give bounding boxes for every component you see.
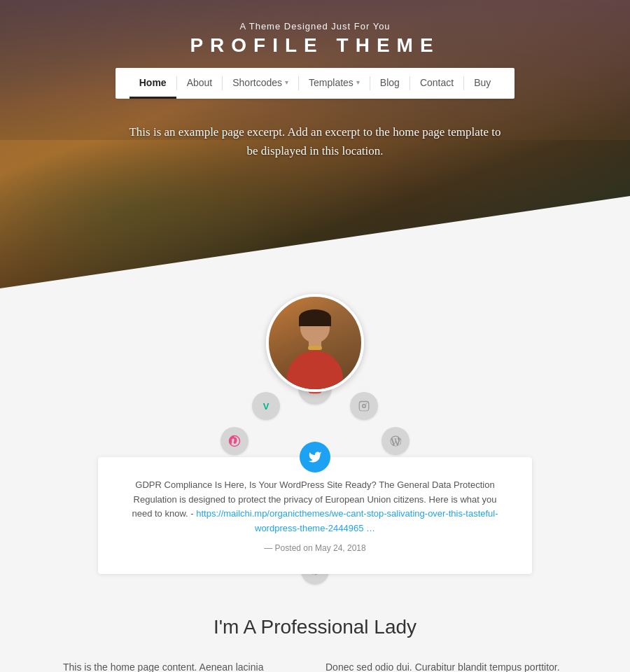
social-icon-instagram[interactable] [350, 392, 378, 420]
main-nav: Home About Shortcodes ▾ Templates ▾ Blog… [115, 68, 515, 99]
twitter-card-wrapper: GDPR Compliance Is Here, Is Your WordPre… [98, 443, 532, 574]
avatar-person [269, 297, 361, 389]
site-tagline: A Theme Designed Just For You [0, 21, 630, 31]
shortcodes-chevron: ▾ [285, 78, 288, 86]
twitter-card-icon [300, 442, 330, 472]
nav-wrapper: Home About Shortcodes ▾ Templates ▾ Blog… [0, 68, 630, 99]
nav-item-blog[interactable]: Blog [370, 68, 410, 99]
avatar [266, 294, 364, 392]
twitter-card-link[interactable]: https://mailchi.mp/organicthemes/we-cant… [196, 508, 498, 533]
content-col-1: This is the home page content. Aenean la… [63, 659, 304, 672]
site-header: A Theme Designed Just For You PROFILE TH… [0, 0, 630, 99]
main-content: I'm A Professional Lady This is the home… [0, 588, 630, 672]
twitter-card: GDPR Compliance Is Here, Is Your WordPre… [98, 457, 532, 574]
nav-item-buy[interactable]: Buy [464, 68, 500, 99]
content-columns: This is the home page content. Aenean la… [49, 659, 581, 672]
social-area: V g+ [0, 350, 630, 588]
twitter-card-text: GDPR Compliance Is Here, Is Your WordPre… [126, 478, 504, 536]
social-icon-vine[interactable]: V [252, 392, 280, 420]
hero-excerpt: This is an example page excerpt. Add an … [0, 122, 630, 160]
nav-item-shortcodes[interactable]: Shortcodes ▾ [223, 68, 298, 99]
nav-item-contact[interactable]: Contact [410, 68, 463, 99]
nav-item-about[interactable]: About [177, 68, 223, 99]
nav-item-templates[interactable]: Templates ▾ [299, 68, 370, 99]
twitter-card-date: — Posted on May 24, 2018 [126, 543, 504, 553]
site-title: PROFILE THEME [0, 34, 630, 57]
content-title: I'm A Professional Lady [0, 616, 630, 638]
nav-item-home[interactable]: Home [130, 68, 176, 99]
content-col-2: Donec sed odio dui. Curabitur blandit te… [326, 659, 567, 672]
templates-chevron: ▾ [356, 78, 360, 86]
